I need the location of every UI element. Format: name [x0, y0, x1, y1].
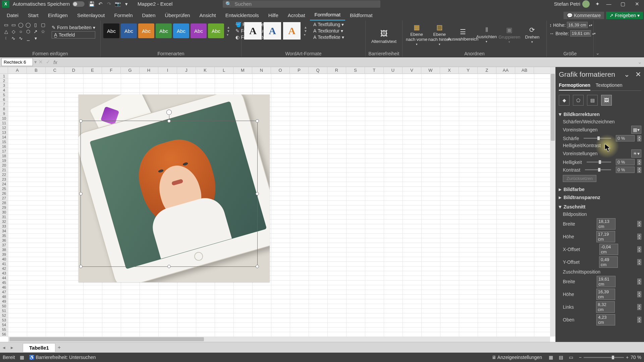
diamond-icon[interactable]: ✦ — [594, 0, 601, 8]
rotate-button[interactable]: ⟳Drehen▾ — [521, 22, 544, 46]
name-box[interactable] — [1, 58, 33, 66]
ribbon-tab[interactable]: Seitenlayout — [72, 10, 110, 20]
selection-pane-button[interactable]: ☰Auswahlbereich — [451, 22, 475, 46]
sheet-nav-next[interactable]: ▸ — [8, 345, 16, 351]
qa-dropdown-icon[interactable]: ▾ — [123, 0, 130, 8]
contrast-value[interactable]: 0 % — [616, 167, 635, 173]
formula-bar[interactable] — [60, 58, 636, 66]
sharpen-presets-button[interactable]: ▦▾ — [631, 126, 641, 134]
zoom-value[interactable]: 70 % — [631, 355, 641, 360]
ribbon-tab[interactable]: Bildformat — [345, 10, 377, 20]
brightness-slider[interactable] — [587, 162, 611, 163]
view-normal-icon[interactable]: ▦ — [547, 355, 555, 360]
brightness-presets-button[interactable]: ☀▾ — [631, 149, 641, 158]
pane-close-icon[interactable]: ✕ — [635, 70, 641, 78]
picture-icon[interactable]: 🖼 — [601, 95, 612, 106]
fx-icon[interactable]: fx — [52, 59, 59, 65]
collapse-ribbon-button[interactable]: ⌄ — [594, 20, 602, 57]
user-avatar[interactable] — [582, 0, 590, 8]
edit-shape-button[interactable]: ✎ Form bearbeiten ▾ — [52, 25, 95, 30]
pic-yoffset-value[interactable]: 0,49 cm — [599, 256, 618, 268]
share-button[interactable]: ↗ Freigeben ▾ — [606, 12, 643, 19]
select-all-corner[interactable] — [0, 67, 8, 74]
shape-height-input[interactable] — [567, 22, 588, 28]
camera-icon[interactable]: 📷 — [114, 0, 121, 8]
textbox-button[interactable]: A̲ Textfeld — [52, 31, 95, 39]
ribbon-tab[interactable]: Formeln — [110, 10, 138, 20]
shape-style-swatch[interactable]: Abc — [173, 23, 189, 38]
add-sheet-button[interactable]: ＋ — [55, 344, 63, 351]
cancel-formula-icon[interactable]: ✕ — [37, 59, 44, 65]
zoom-out-button[interactable]: − — [579, 355, 582, 360]
row-headers[interactable]: 1234567891011121314151617181920212223242… — [0, 74, 8, 337]
section-transparency[interactable]: ▸Bildtransparenz — [559, 193, 641, 201]
section-color[interactable]: ▸Bildfarbe — [559, 185, 641, 193]
pic-xoffset-value[interactable]: -0,04 cm — [599, 244, 618, 255]
ribbon-tab[interactable]: Ansicht — [195, 10, 221, 20]
view-page-layout-icon[interactable]: ▤ — [557, 355, 566, 360]
ribbon-tab[interactable]: Datei — [2, 10, 23, 20]
group-button[interactable]: ▣Gruppieren▾ — [498, 22, 521, 46]
sharpness-slider[interactable] — [584, 138, 611, 139]
pane-options-icon[interactable]: ⌄ — [624, 70, 630, 78]
autosave-toggle[interactable] — [72, 1, 85, 7]
cell-grid[interactable] — [8, 74, 550, 337]
accept-formula-icon[interactable]: ✓ — [44, 59, 52, 65]
ribbon-tab[interactable]: Acrobat — [283, 10, 310, 20]
ribbon-tab[interactable]: Einfügen — [43, 10, 72, 20]
column-headers[interactable]: ABCDEFGHIJKLMNOPQRSTUVWXYZAAAB — [8, 67, 550, 74]
shape-style-swatch[interactable]: Abc — [103, 23, 119, 38]
wordart-style-3[interactable]: A — [283, 22, 301, 40]
sharpness-down[interactable]: ▼ — [637, 138, 641, 141]
shape-style-swatch[interactable]: Abc — [138, 23, 154, 38]
sharpness-up[interactable]: ▲ — [637, 135, 641, 138]
alt-text-button[interactable]: 🖼 Alternativtext — [372, 28, 396, 44]
shape-style-swatch[interactable]: Abc — [191, 23, 207, 38]
wordart-style-1[interactable]: A — [244, 22, 262, 40]
section-crop[interactable]: ▾Zuschnitt — [559, 203, 641, 211]
pic-width-value[interactable]: 18,13 cm — [597, 218, 615, 230]
wordart-style-2[interactable]: A — [264, 22, 281, 40]
ribbon-tab[interactable]: Start — [23, 10, 43, 20]
zoom-slider[interactable] — [584, 357, 624, 358]
display-settings-button[interactable]: 🖥 Anzeigeeinstellungen — [492, 355, 542, 360]
text-effects-button[interactable]: A Texteffekte ▾ — [313, 35, 344, 40]
bring-forward-button[interactable]: ▦Ebene nach vorne▾ — [405, 22, 428, 46]
crop-top-value[interactable]: 4,23 cm — [596, 314, 615, 325]
section-corrections[interactable]: ▾Bildkorrekturen — [559, 110, 641, 118]
shape-style-swatch[interactable]: Abc — [156, 23, 172, 38]
tab-shape-options[interactable]: Formoptionen — [559, 82, 590, 90]
redo-icon[interactable]: ↷ — [105, 0, 113, 8]
ribbon-tab[interactable]: Hilfe — [264, 10, 283, 20]
effects-icon[interactable]: ⬠ — [573, 95, 584, 106]
sheet-tab[interactable]: Tabelle1 — [23, 343, 55, 352]
fill-line-icon[interactable]: ◆ — [559, 95, 570, 106]
shape-style-swatch[interactable]: Abc — [121, 23, 137, 38]
brightness-value[interactable]: 0 % — [616, 159, 635, 165]
send-backward-button[interactable]: ▨Ebene nach hinten▾ — [428, 22, 451, 46]
comments-button[interactable]: 💬 Kommentare — [564, 12, 604, 19]
shape-style-gallery[interactable]: AbcAbcAbcAbcAbcAbcAbc — [103, 23, 224, 38]
view-page-break-icon[interactable]: ▭ — [567, 355, 576, 360]
align-button[interactable]: ⦀Ausrichten▾ — [475, 22, 498, 46]
status-accessibility[interactable]: ♿ Barrierefreiheit: Untersuchen — [29, 355, 96, 360]
text-fill-button[interactable]: A Textfüllung ▾ — [313, 22, 344, 27]
inserted-picture[interactable] — [78, 95, 270, 282]
sharpness-value[interactable]: 0 % — [616, 135, 635, 141]
shape-style-swatch[interactable]: Abc — [208, 23, 224, 38]
ribbon-tab[interactable]: Entwicklertools — [221, 10, 264, 20]
ribbon-tab[interactable]: Überprüfen — [160, 10, 195, 20]
size-properties-icon[interactable]: ▤ — [587, 95, 598, 106]
crop-left-value[interactable]: 8,32 cm — [596, 301, 615, 313]
undo-icon[interactable]: ↶ — [97, 0, 104, 8]
search-box[interactable]: 🔍 Suchen — [223, 0, 380, 8]
tab-text-options[interactable]: Textoptionen — [596, 82, 622, 90]
horizontal-scrollbar[interactable] — [8, 337, 550, 342]
ribbon-tab[interactable]: Daten — [138, 10, 160, 20]
contrast-slider[interactable] — [585, 169, 611, 170]
maximize-button[interactable]: ▢ — [616, 0, 630, 8]
crop-height-value[interactable]: 16,39 cm — [596, 289, 615, 300]
shape-width-input[interactable] — [570, 30, 591, 37]
pic-height-value[interactable]: 17,19 cm — [596, 231, 615, 242]
shape-gallery[interactable]: ▭▭◯◯▯▢ △◇○⬡↗☆ ﹛∿∿⎯▾ — [3, 22, 46, 41]
